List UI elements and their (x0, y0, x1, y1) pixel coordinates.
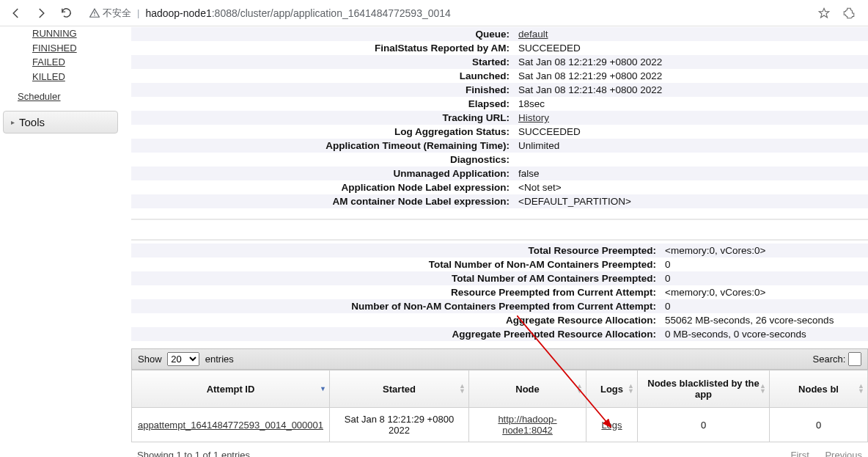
field-value: SUCCEEDED (512, 41, 868, 55)
field-label: Total Resource Preempted: (131, 244, 659, 257)
field-label: Application Timeout (Remaining Time): (131, 139, 512, 153)
field-label: Launched: (131, 69, 512, 83)
field-label: Aggregate Preempted Resource Allocation: (131, 327, 659, 341)
sidebar-link-finished[interactable]: FINISHED (32, 41, 118, 56)
scheduler-link[interactable]: Scheduler (18, 91, 118, 102)
field-label: FinalStatus Reported by AM: (131, 41, 512, 55)
field-label: Tracking URL: (131, 111, 512, 125)
pager-first[interactable]: First (791, 450, 809, 457)
field-value[interactable]: default (512, 27, 868, 42)
field-value: 18sec (512, 97, 868, 111)
forward-button[interactable] (31, 3, 51, 23)
sidebar: RUNNINGFINISHEDFAILEDKILLED Scheduler ▸ … (0, 26, 121, 457)
field-value: Sat Jan 08 12:21:29 +0800 2022 (512, 69, 868, 83)
address-separator: | (137, 7, 139, 18)
attempt-id-link[interactable]: appattempt_1641484772593_0014_000001 (132, 408, 330, 442)
attempts-table: Attempt ID▼Started▲▼Node▲▼Logs▲▼Nodes bl… (131, 370, 868, 442)
field-label: Started: (131, 55, 512, 69)
search-input[interactable] (848, 352, 861, 366)
field-label: Unmanaged Application: (131, 167, 512, 180)
show-label: Show (138, 354, 162, 365)
datatable-footer: Showing 1 to 1 of 1 entries First Previo… (131, 442, 868, 457)
section-divider (131, 219, 868, 241)
field-value (512, 153, 868, 167)
favorite-button[interactable] (814, 3, 834, 23)
field-label: Total Number of AM Containers Preempted: (131, 271, 659, 285)
field-value: <Not set> (512, 180, 868, 194)
field-value: 55062 MB-seconds, 26 vcore-seconds (659, 313, 868, 327)
preemption-info-table: Total Resource Preempted:<memory:0, vCor… (131, 244, 868, 341)
field-label: Application Node Label expression: (131, 180, 512, 194)
attempt-logs-link[interactable]: Logs (586, 408, 638, 442)
attempt-started: Sat Jan 8 12:21:29 +0800 2022 (330, 408, 469, 442)
datatable-controls: Show 102050100 entries Search: (131, 348, 868, 370)
field-label: Log Aggregation Status: (131, 125, 512, 139)
field-value[interactable]: History (512, 111, 868, 125)
field-label: Elapsed: (131, 97, 512, 111)
insecure-label: 不安全 (103, 7, 131, 20)
tools-label: Tools (19, 116, 45, 128)
content-area: Queue:defaultFinalStatus Reported by AM:… (121, 26, 868, 457)
back-button[interactable] (6, 3, 26, 23)
field-value: 0 (659, 299, 868, 313)
field-label: Number of Non-AM Containers Preempted fr… (131, 299, 659, 313)
column-header[interactable]: Started▲▼ (330, 370, 469, 408)
field-value: <memory:0, vCores:0> (659, 244, 868, 257)
collapse-icon: ▸ (11, 118, 15, 126)
field-label: Total Number of Non-AM Containers Preemp… (131, 257, 659, 271)
field-label: Diagnostics: (131, 153, 512, 167)
sidebar-link-failed[interactable]: FAILED (32, 55, 118, 70)
field-value: false (512, 167, 868, 180)
field-value: Unlimited (512, 139, 868, 153)
attempt-blacklist-sys: 0 (770, 408, 868, 442)
warning-icon (89, 8, 100, 18)
search-label: Search: (813, 354, 846, 365)
field-value: Sat Jan 08 12:21:48 +0800 2022 (512, 83, 868, 97)
entries-label: entries (205, 354, 234, 365)
field-value: <memory:0, vCores:0> (659, 285, 868, 299)
field-value: 0 (659, 271, 868, 285)
pager-previous[interactable]: Previous (825, 450, 862, 457)
field-value: 0 (659, 257, 868, 271)
field-label: AM container Node Label expression: (131, 194, 512, 208)
column-header[interactable]: Node▲▼ (469, 370, 586, 408)
extensions-button[interactable] (839, 3, 859, 23)
column-header[interactable]: Attempt ID▼ (132, 370, 330, 408)
sidebar-link-running[interactable]: RUNNING (32, 26, 118, 41)
column-header[interactable]: Logs▲▼ (586, 370, 638, 408)
app-info-table: Queue:defaultFinalStatus Reported by AM:… (131, 26, 868, 208)
field-label: Queue: (131, 27, 512, 42)
page-size-select[interactable]: 102050100 (167, 352, 199, 366)
field-label: Resource Preempted from Current Attempt: (131, 285, 659, 299)
sidebar-link-killed[interactable]: KILLED (32, 70, 118, 84)
browser-toolbar: 不安全 | hadoop-node1:8088/cluster/app/appl… (0, 0, 868, 26)
field-value: <DEFAULT_PARTITION> (512, 194, 868, 208)
field-label: Finished: (131, 83, 512, 97)
field-value: 0 MB-seconds, 0 vcore-seconds (659, 327, 868, 341)
field-value: Sat Jan 08 12:21:29 +0800 2022 (512, 55, 868, 69)
table-row: appattempt_1641484772593_0014_000001Sat … (132, 408, 868, 442)
address-bar[interactable]: 不安全 | hadoop-node1:8088/cluster/app/appl… (81, 7, 809, 20)
field-label: Aggregate Resource Allocation: (131, 313, 659, 327)
field-value: SUCCEEDED (512, 125, 868, 139)
column-header[interactable]: Nodes bl▲▼ (770, 370, 868, 408)
reload-button[interactable] (56, 3, 76, 23)
showing-info: Showing 1 to 1 of 1 entries (137, 450, 250, 457)
insecure-indicator: 不安全 (89, 7, 131, 20)
tools-accordion-header[interactable]: ▸ Tools (3, 111, 118, 134)
attempt-node-link[interactable]: http://hadoop-node1:8042 (469, 408, 586, 442)
column-header[interactable]: Nodes blacklisted by the app▲▼ (638, 370, 770, 408)
url-text: hadoop-node1:8088/cluster/app/applicatio… (145, 7, 450, 19)
attempt-blacklist-app: 0 (638, 408, 770, 442)
